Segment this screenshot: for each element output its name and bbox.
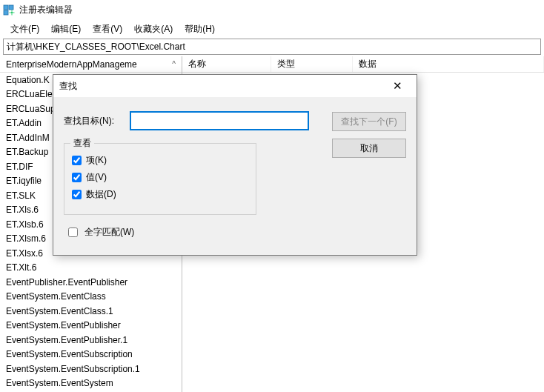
tree-item[interactable]: EventSystem.EventClass.1 [0,304,182,319]
tree-item[interactable]: EventSystem.EventSubscription [0,348,182,362]
keys-row[interactable]: 项(K) [72,154,248,167]
find-dialog: 查找 ✕ 查找目标(N): 查找下一个(F) 查看 项(K) 值(V) 数据(D… [53,74,417,256]
tree-header[interactable]: EnterpriseModernAppManageme ^ [0,56,182,73]
address-bar[interactable]: 计算机\HKEY_CLASSES_ROOT\Excel.Chart [3,39,541,55]
data-row-check[interactable]: 数据(D) [72,188,248,201]
data-label: 数据(D) [86,188,116,201]
find-label: 查找目标(N): [64,112,123,127]
tree-item[interactable]: ET.Xlt.6 [0,261,182,276]
window-title: 注册表编辑器 [19,4,73,16]
address-text: 计算机\HKEY_CLASSES_ROOT\Excel.Chart [7,41,185,53]
find-next-button[interactable]: 查找下一个(F) [332,112,406,131]
svg-rect-0 [4,5,8,10]
tree-item[interactable]: EventPublisher.EventPublisher [0,275,182,290]
tree-header-text: EnterpriseModernAppManageme [6,59,137,70]
tree-item[interactable]: EventSystem.EventPublisher.1 [0,333,182,348]
keys-label: 项(K) [86,154,107,167]
column-name[interactable]: 名称 [182,56,271,72]
app-icon [3,4,15,16]
cancel-button[interactable]: 取消 [332,139,406,158]
tree-item[interactable]: EventSystem.EventPublisher [0,319,182,333]
data-checkbox[interactable] [72,190,82,199]
menu-view[interactable]: 查看(V) [87,21,128,37]
tree-item[interactable]: EventSystem.EventSubscription.1 [0,362,182,376]
column-headers: 名称 类型 数据 [182,56,544,73]
menu-file[interactable]: 文件(F) [4,21,45,37]
find-input[interactable] [130,112,308,130]
svg-rect-2 [4,10,8,15]
look-at-group: 查看 项(K) 值(V) 数据(D) [64,143,256,215]
menu-edit[interactable]: 编辑(E) [45,21,87,37]
menu-favorites[interactable]: 收藏夹(A) [128,21,179,37]
menu-help[interactable]: 帮助(H) [179,21,221,37]
dialog-title-bar[interactable]: 查找 ✕ [53,75,417,97]
column-data[interactable]: 数据 [353,56,544,72]
whole-string-label: 全字匹配(W) [84,226,134,239]
tree-item[interactable]: EventSystem.EventClass [0,290,182,305]
column-type[interactable]: 类型 [271,56,353,72]
dialog-title: 查找 [59,80,77,93]
values-label: 值(V) [86,171,107,184]
title-bar: 注册表编辑器 [0,0,544,21]
whole-string-checkbox[interactable] [68,227,78,237]
dialog-body: 查找目标(N): 查找下一个(F) 查看 项(K) 值(V) 数据(D) 取消 [53,97,417,250]
look-at-legend: 查看 [70,137,94,150]
tree-item[interactable]: EventSystem.EventSystem [0,376,182,391]
close-icon: ✕ [393,79,402,93]
close-button[interactable]: ✕ [384,77,411,95]
cancel-label: 取消 [360,142,378,155]
find-next-label: 查找下一个(F) [341,116,397,128]
menu-bar: 文件(F) 编辑(E) 查看(V) 收藏夹(A) 帮助(H) [0,21,544,37]
whole-string-row[interactable]: 全字匹配(W) [65,225,325,239]
sort-indicator-icon: ^ [172,60,176,68]
values-checkbox[interactable] [72,173,82,182]
values-row[interactable]: 值(V) [72,171,248,184]
svg-point-3 [11,11,13,13]
svg-rect-1 [9,5,13,10]
keys-checkbox[interactable] [72,156,82,165]
